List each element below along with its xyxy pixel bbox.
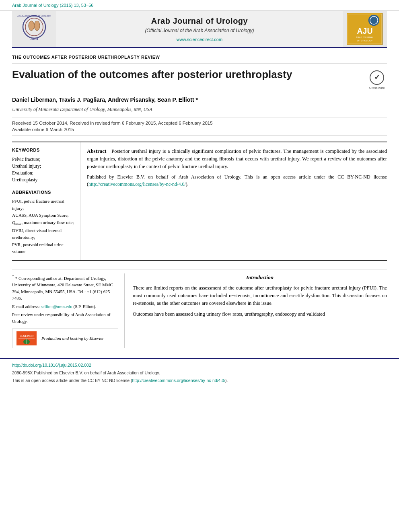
- journal-subtitle: (Official Journal of the Arab Associatio…: [145, 27, 254, 34]
- issn-line: 2090-598X Published by Elsevier B.V. on …: [12, 370, 160, 375]
- abbreviations-title: ABBREVIATIONS: [12, 189, 75, 195]
- journal-url-link[interactable]: www.sciencedirect.com: [177, 37, 222, 43]
- email-suffix: (S.P. Elliott).: [72, 304, 97, 309]
- elsevier-logo-area: ELSEVIER Production and hosting by Elsev…: [12, 329, 118, 348]
- intro-heading: Introduction: [133, 273, 387, 281]
- open-access-link[interactable]: http://creativecommons.org/licenses/by-n…: [88, 181, 186, 187]
- introduction-column: Introduction There are limited reports o…: [133, 273, 387, 348]
- email-line: E-mail address: selliott@umn.edu (S.P. E…: [12, 303, 118, 310]
- authors: Daniel Liberman, Travis J. Pagliara, And…: [12, 96, 387, 104]
- elsevier-tagline: Production and hosting by Elsevier: [41, 335, 104, 342]
- svg-point-4: [34, 21, 40, 31]
- crossmark-label: CrossMark: [369, 86, 385, 90]
- bottom-open-access-text: This is an open access article under the…: [12, 378, 132, 383]
- header-center: Arab Journal of Urology (Official Journa…: [56, 11, 343, 47]
- dates-line2: Available online 6 March 2015: [12, 127, 74, 132]
- journal-ref-link[interactable]: Arab Journal of Urology (2015) 13, 53–56: [12, 3, 93, 8]
- crossmark-badge[interactable]: ✓ CrossMark: [367, 70, 387, 90]
- bottom-links: http://dx.doi.org/10.1016/j.aju.2015.02.…: [12, 362, 387, 384]
- crossmark-circle: ✓: [370, 70, 384, 85]
- top-header: AAU ARAB ASSOCIATION OF UROLOGY Arab Jou…: [12, 11, 387, 48]
- svg-text:AAU: AAU: [30, 37, 38, 41]
- abstract-label: Abstract: [87, 148, 106, 154]
- article-title: Evaluation of the outcomes after posteri…: [12, 68, 359, 81]
- sidebar: KEYWORDS Pelvic fracture; Urethral injur…: [12, 142, 80, 260]
- bottom-open-access-end: ).: [225, 378, 228, 383]
- article-title-row: Evaluation of the outcomes after posteri…: [12, 68, 387, 90]
- main-content: THE OUTCOMES AFTER POSTERIOR URETHROPLAS…: [0, 48, 399, 358]
- elsevier-logo: ELSEVIER: [16, 331, 37, 345]
- svg-text:ELSEVIER: ELSEVIER: [20, 335, 34, 337]
- logo-right: AJU ARAB JOURNAL OF UROLOGY: [343, 11, 387, 47]
- bottom-open-access-link[interactable]: http://creativecommons.org/licenses/by-n…: [132, 378, 225, 383]
- keywords-list: Pelvic fracture; Urethral injury; Evalua…: [12, 156, 75, 184]
- open-access-statement: Published by Elsevier B.V. on behalf of …: [87, 173, 387, 188]
- svg-text:OF UROLOGY: OF UROLOGY: [357, 39, 372, 42]
- intro-paragraph-2: Outcomes have been assessed using urinar…: [133, 310, 387, 318]
- keyword-2: Urethral injury;: [12, 164, 41, 168]
- crossmark-icon: ✓: [374, 72, 380, 82]
- svg-text:AJU: AJU: [357, 27, 372, 35]
- peer-review-note: Peer review under responsibility of Arab…: [12, 311, 118, 325]
- svg-text:ARAB ASSOCIATION OF UROLOGY: ARAB ASSOCIATION OF UROLOGY: [17, 15, 51, 17]
- intro-paragraph-1: There are limited reports on the assessm…: [133, 284, 387, 307]
- email-label: E-mail address:: [12, 304, 41, 309]
- keyword-1: Pelvic fracture;: [12, 157, 41, 162]
- corresponding-author-note: * * Corresponding author at: Department …: [12, 273, 118, 302]
- bottom-bar: http://dx.doi.org/10.1016/j.aju.2015.02.…: [0, 358, 399, 387]
- svg-point-3: [29, 21, 34, 31]
- open-access-end: ).: [186, 181, 189, 187]
- dates-line1: Received 15 October 2014, Received in re…: [12, 121, 213, 125]
- abstract-section: KEYWORDS Pelvic fracture; Urethral injur…: [12, 142, 387, 261]
- svg-text:ARAB JOURNAL: ARAB JOURNAL: [356, 37, 374, 39]
- authors-text: Daniel Liberman, Travis J. Pagliara, And…: [12, 97, 198, 103]
- aau-logo: AAU ARAB ASSOCIATION OF UROLOGY: [16, 13, 52, 45]
- affiliation: University of Minnesota Department of Ur…: [12, 106, 387, 113]
- footnote-left: * * Corresponding author at: Department …: [12, 273, 125, 348]
- dates: Received 15 October 2014, Received in re…: [12, 117, 387, 136]
- keyword-3: Evaluation;: [12, 170, 33, 175]
- keyword-4: Urethroplasty: [12, 177, 37, 182]
- logo-left: AAU ARAB ASSOCIATION OF UROLOGY: [12, 11, 56, 47]
- doi-link[interactable]: http://dx.doi.org/10.1016/j.aju.2015.02.…: [12, 363, 91, 368]
- abstract-paragraph: Abstract Posterior urethral injury is a …: [87, 147, 387, 170]
- abbreviations-list: PFUI, pelvic fracture urethral injury; A…: [12, 198, 75, 255]
- email-link[interactable]: selliott@umn.edu: [41, 304, 72, 309]
- aju-logo: AJU ARAB JOURNAL OF UROLOGY: [347, 13, 383, 45]
- abstract-main: Abstract Posterior urethral injury is a …: [80, 142, 387, 260]
- keywords-title: KEYWORDS: [12, 147, 75, 153]
- journal-name: Arab Journal of Urology: [151, 15, 248, 27]
- abstract-text: Posterior urethral injury is a clinicall…: [87, 148, 387, 169]
- footnote-area: * * Corresponding author at: Department …: [12, 269, 387, 348]
- article-type: THE OUTCOMES AFTER POSTERIOR URETHROPLAS…: [12, 54, 387, 63]
- journal-header-bar: Arab Journal of Urology (2015) 13, 53–56: [0, 0, 399, 11]
